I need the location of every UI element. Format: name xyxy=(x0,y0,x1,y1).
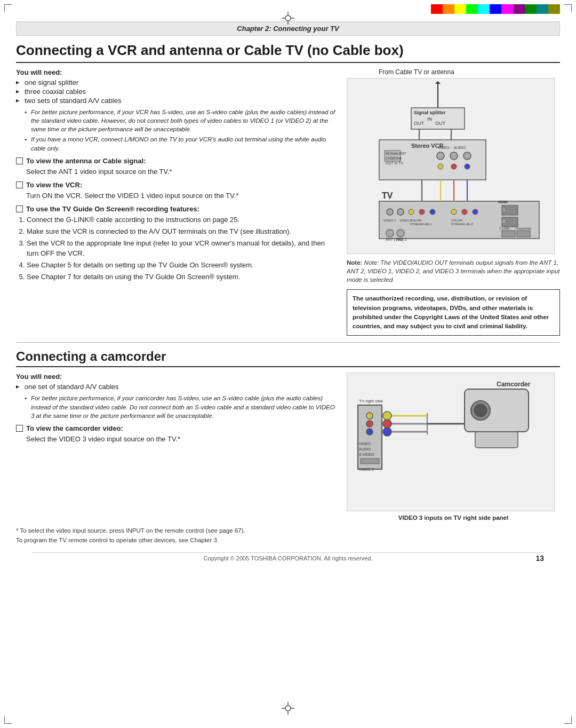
footnote: * To select the video input source, pres… xyxy=(16,526,560,545)
warning-box: The unauthorized recording, use, distrib… xyxy=(347,289,560,336)
camcorder-diagram: Camcorder xyxy=(347,373,555,511)
bullet-item-1: one signal splitter xyxy=(16,78,336,86)
svg-text:S-VIDEO: S-VIDEO xyxy=(359,453,374,456)
step-4: See Chapter 5 for details on setting up … xyxy=(27,260,336,270)
numbered-list: Connect the G-LINK® cable according to t… xyxy=(27,215,336,282)
svg-point-66 xyxy=(474,404,487,417)
sub-bullet-1: For better picture performance, if your … xyxy=(25,108,336,133)
step-5: See Chapter 7 for details on using the T… xyxy=(27,272,336,282)
vcr-diagram: Signal splitter IN OUT OUT Stereo VCR xyxy=(347,78,555,254)
section1-content: You will need: one signal splitter three… xyxy=(16,68,560,336)
svg-point-34 xyxy=(419,209,425,215)
corner-mark-tr xyxy=(564,4,572,12)
section2-checkbox1: To view the camcorder video: xyxy=(16,424,336,432)
page-number: 13 xyxy=(535,554,544,563)
sub-bullet-list: For better picture performance, if your … xyxy=(25,108,336,152)
svg-point-35 xyxy=(430,209,435,215)
page-footer: Copyright © 2005 TOSHIBA CORPORATION. Al… xyxy=(32,552,544,561)
svg-text:HDMI: HDMI xyxy=(498,200,508,204)
checkbox1-box[interactable] xyxy=(16,157,23,164)
section2-checkbox1-label: To view the camcorder video: xyxy=(26,424,123,432)
checkbox3-box[interactable] xyxy=(16,205,23,212)
checkbox2-content: Turn ON the VCR. Select the VIDEO 1 vide… xyxy=(26,191,336,201)
section1-divider xyxy=(16,62,560,63)
svg-point-45 xyxy=(386,230,394,237)
section2-checkbox1-box[interactable] xyxy=(16,425,23,432)
corner-mark-br xyxy=(564,716,572,724)
section2-sub-1: For better picture performance, if your … xyxy=(25,394,336,420)
svg-point-22 xyxy=(450,152,458,160)
svg-point-38 xyxy=(473,209,478,215)
svg-point-33 xyxy=(409,209,414,215)
svg-text:ANT 2: ANT 2 xyxy=(396,238,407,241)
step-2: Make sure the VCR is connected to the A/… xyxy=(27,227,336,236)
footnote-line1: * To select the video input source, pres… xyxy=(16,526,560,535)
svg-point-75 xyxy=(383,428,391,436)
svg-point-36 xyxy=(451,209,457,215)
svg-point-78 xyxy=(366,413,373,419)
footnote-line2: To program the TV remote control to oper… xyxy=(16,536,560,545)
svg-rect-67 xyxy=(475,432,518,448)
section2: Connecting a camcorder You will need: on… xyxy=(16,349,560,545)
svg-text:CH3/CH4: CH3/CH4 xyxy=(386,156,402,160)
svg-text:IN from ANT: IN from ANT xyxy=(386,152,406,155)
from-cable-label: From Cable TV or antenna xyxy=(347,68,560,76)
checkbox2-item: To view the VCR: xyxy=(16,181,336,189)
bullet-item-2: three coaxial cables xyxy=(16,88,336,96)
section2-divider xyxy=(16,366,560,367)
svg-point-74 xyxy=(383,420,391,428)
svg-rect-54 xyxy=(502,231,515,237)
svg-text:OUT: OUT xyxy=(414,121,425,126)
you-will-need-label: You will need: xyxy=(16,68,336,76)
checkbox3-label: To use the TV Guide On Screen® recording… xyxy=(26,205,199,213)
checkbox1-item: To view the antenna or Cable signal: xyxy=(16,157,336,165)
svg-point-79 xyxy=(366,421,373,427)
section2-bullet-list: one set of standard A/V cables xyxy=(16,383,336,391)
svg-text:TV: TV xyxy=(382,191,393,200)
svg-point-23 xyxy=(463,152,471,160)
section2-left: You will need: one set of standard A/V c… xyxy=(16,373,336,446)
svg-text:STREAM HD-1: STREAM HD-1 xyxy=(410,223,432,226)
svg-text:IN: IN xyxy=(427,116,432,122)
svg-text:OUT to TV: OUT to TV xyxy=(386,161,404,165)
svg-point-32 xyxy=(397,209,404,215)
svg-text:COLOR: COLOR xyxy=(410,219,422,222)
checkbox2-box[interactable] xyxy=(16,181,23,188)
svg-text:Signal splitter: Signal splitter xyxy=(414,110,446,115)
svg-point-0 xyxy=(285,15,291,21)
svg-rect-84 xyxy=(361,458,379,464)
svg-rect-55 xyxy=(517,231,530,237)
svg-text:COLOR: COLOR xyxy=(451,219,463,222)
svg-text:AUDIO: AUDIO xyxy=(454,146,466,149)
vcr-diagram-svg: Signal splitter IN OUT OUT Stereo VCR xyxy=(347,78,555,254)
section1: Connecting a VCR and antenna or Cable TV… xyxy=(16,42,560,336)
section1-left: You will need: one signal splitter three… xyxy=(16,68,336,284)
section2-you-will-need: You will need: xyxy=(16,373,336,381)
section2-bullet-1: one set of standard A/V cables xyxy=(16,383,336,391)
bullet-list: one signal splitter three coaxial cables… xyxy=(16,78,336,105)
svg-text:STREAM HD-2: STREAM HD-2 xyxy=(451,223,473,226)
checkbox1-content: Select the ANT 1 video input source on t… xyxy=(26,167,336,177)
note-text: Note: Note: The VIDEO/AUDIO OUT terminal… xyxy=(347,258,560,284)
color-bar xyxy=(431,4,560,14)
svg-point-21 xyxy=(437,152,444,160)
section1-right: From Cable TV or antenna Signal s xyxy=(347,68,560,336)
camcorder-svg: Camcorder xyxy=(347,373,555,511)
bullet-item-3: two sets of standard A/V cables xyxy=(16,97,336,105)
corner-mark-tl xyxy=(4,4,12,12)
corner-mark-bl xyxy=(4,716,12,724)
section2-checkbox1-content: Select the VIDEO 3 video input source on… xyxy=(26,434,336,444)
checkbox2-label: To view the VCR: xyxy=(26,181,82,189)
svg-point-31 xyxy=(387,209,393,215)
svg-text:VIDEO 3: VIDEO 3 xyxy=(359,468,374,471)
svg-text:2: 2 xyxy=(503,219,505,223)
copyright-text: Copyright © 2005 TOSHIBA CORPORATION. Al… xyxy=(204,555,373,561)
svg-text:VIDEO: VIDEO xyxy=(359,442,371,446)
section2-content: You will need: one set of standard A/V c… xyxy=(16,373,560,521)
section-divider2 xyxy=(16,342,560,343)
video3-label: VIDEO 3 inputs on TV right side panel xyxy=(347,515,560,521)
checkbox3-item: To use the TV Guide On Screen® recording… xyxy=(16,205,336,213)
section2-title: Connecting a camcorder xyxy=(16,349,560,364)
svg-point-37 xyxy=(462,209,467,215)
checkbox1-label: To view the antenna or Cable signal: xyxy=(26,157,146,165)
